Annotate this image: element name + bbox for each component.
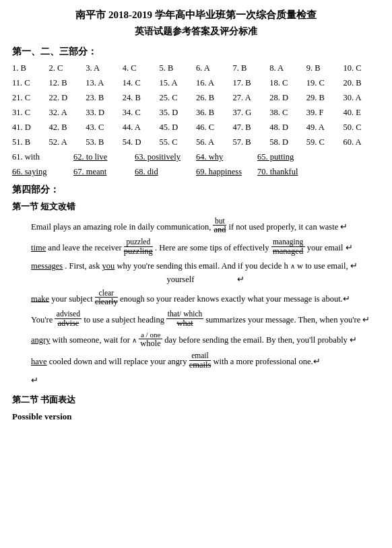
ans-28: 28. D xyxy=(269,91,306,104)
puzzling-strike: puzzling xyxy=(124,247,153,256)
para6-b: with someone, wait for xyxy=(53,335,132,345)
clearly-strike: clearly xyxy=(95,298,118,307)
ans-31: 31. C xyxy=(12,106,49,119)
clear-replacement: clear xyxy=(95,289,118,298)
ans-63: 63. positively xyxy=(135,150,196,164)
para5-b: to use a subject heading xyxy=(84,315,167,324)
ans-39: 39. F xyxy=(306,106,344,119)
ans-43: 43. C xyxy=(86,121,123,134)
answer-row-6: 51. B 52. A 53. B 54. D 55. C 56. A 57. … xyxy=(12,135,380,149)
ans-4: 4. C xyxy=(123,61,160,75)
ans-5: 5. B xyxy=(159,61,196,75)
ans-54: 54. D xyxy=(123,135,160,149)
ans-11: 11. C xyxy=(12,76,49,90)
para6-caret: ∧ xyxy=(132,337,137,344)
ans-51: 51. B xyxy=(12,135,49,149)
para5-a: You're xyxy=(31,315,55,324)
ans-36: 36. B xyxy=(196,106,233,119)
correction-para-1: Email plays an amazing role in daily com… xyxy=(31,217,380,235)
answer-row-3: 21. C 22. D 23. B 24. B 25. C 26. B 27. … xyxy=(12,91,380,104)
ans-35: 35. D xyxy=(159,106,196,119)
ans-34: 34. C xyxy=(123,106,160,119)
ans-58: 58. D xyxy=(269,135,306,149)
para5-correction1: advised advise xyxy=(55,310,81,328)
ans-65: 65. putting xyxy=(257,150,319,164)
answer-row-1: 1. B 2. C 3. A 4. C 5. B 6. A 7. B 8. A … xyxy=(12,61,380,75)
ans-59: 59. C xyxy=(306,135,344,149)
ans-68: 68. did xyxy=(135,165,196,178)
correction-para-4: make your subject clear clearly enough s… xyxy=(31,289,380,307)
correction-block: Email plays an amazing role in daily com… xyxy=(31,217,380,388)
para5-d: summarizes your message. Then, when you'… xyxy=(205,315,362,324)
ans-20: 20. B xyxy=(343,76,380,90)
para2-b: and leave the receiver xyxy=(48,243,123,252)
ans-42: 42. B xyxy=(49,121,86,134)
section1-header: 第一节 短文改错 xyxy=(12,200,380,214)
caret-mark: ∧ xyxy=(290,263,295,270)
ans-48: 48. D xyxy=(269,121,306,134)
para2-c: . Here are some tips of effectively xyxy=(155,243,271,252)
ans-62: 62. to live xyxy=(73,150,135,164)
para4-correction: clear clearly xyxy=(95,289,118,307)
part123-header: 第一、二、三部分： xyxy=(12,44,380,59)
para6-c: day before sending the email. By then, y… xyxy=(164,335,350,345)
ans-2: 2. C xyxy=(49,61,86,75)
para1-replacement: but xyxy=(213,217,226,226)
ans-16: 16. A xyxy=(196,76,233,90)
para2-d: your email xyxy=(307,243,346,252)
ans-13: 13. A xyxy=(86,76,123,90)
para5-correction2: that/ which what xyxy=(166,310,203,328)
whole-word: whole xyxy=(139,339,162,349)
para3-d: why you're sending this email. And if yo… xyxy=(117,261,288,271)
ans-37: 37. G xyxy=(233,106,270,119)
advise-strike: advise xyxy=(55,319,81,329)
ans-57: 57. B xyxy=(233,135,270,149)
ans-44: 44. A xyxy=(123,121,160,134)
ans-70: 70. thankful xyxy=(257,165,319,178)
fill-row-1: 61. with 62. to live 63. positively 64. … xyxy=(12,150,380,164)
ans-38: 38. C xyxy=(269,106,306,119)
ans-3: 3. A xyxy=(86,61,123,75)
ans-32: 32. A xyxy=(49,106,86,119)
messages-word: messages xyxy=(31,261,63,271)
ans-33: 33. D xyxy=(86,106,123,119)
you-word: you xyxy=(102,261,115,271)
ans-45: 45. D xyxy=(159,121,196,134)
para7-b: cooled down and will replace your angry xyxy=(49,357,189,366)
para6-correction: a / one whole xyxy=(139,331,162,349)
answer-row-5: 41. D 42. B 43. C 44. A 45. D 46. C 47. … xyxy=(12,121,380,134)
correction-para-7: have cooled down and will replace your a… xyxy=(31,351,380,370)
para7-c: with a more professional one. xyxy=(213,357,313,366)
ans-46: 46. C xyxy=(196,121,233,134)
ans-64: 64. why xyxy=(196,150,257,164)
main-title: 南平市 2018-2019 学年高中毕业班第一次综合质量检查 xyxy=(12,7,380,23)
have-word: have xyxy=(31,357,47,366)
para1-correction: but and xyxy=(213,217,226,235)
ans-blank1 xyxy=(319,150,380,164)
return-3b: ↵ xyxy=(237,275,244,284)
emails-strike: emails xyxy=(189,361,211,370)
page-container: 南平市 2018-2019 学年高中毕业班第一次综合质量检查 英语试题参考答案及… xyxy=(12,7,380,424)
ans-60: 60. A xyxy=(343,135,380,149)
correction-para-2: time and leave the receiver puzzled puzz… xyxy=(31,238,380,256)
part4-section: 第四部分： 第一节 短文改错 Email plays an amazing ro… xyxy=(12,182,380,424)
ans-blank2 xyxy=(319,165,380,178)
yourself-word: yourself xyxy=(166,275,194,284)
ans-52: 52. A xyxy=(49,135,86,149)
time-word: time xyxy=(31,243,46,252)
ans-29: 29. B xyxy=(306,91,344,104)
ans-67: 67. meant xyxy=(73,165,135,178)
make-word: make xyxy=(31,294,49,303)
sub-title: 英语试题参考答案及评分标准 xyxy=(12,24,380,39)
return-3: ↵ xyxy=(350,261,358,271)
para1-strikethrough: and xyxy=(213,226,226,235)
ans-53: 53. B xyxy=(86,135,123,149)
ans-14: 14. C xyxy=(123,76,160,90)
ans-26: 26. B xyxy=(196,91,233,104)
ans-19: 19. C xyxy=(306,76,344,90)
ans-1: 1. B xyxy=(12,61,49,75)
ans-23: 23. B xyxy=(86,91,123,104)
return-1: ↵ xyxy=(340,221,348,231)
return-4: ↵ xyxy=(343,294,350,303)
email-replacement: email xyxy=(189,351,211,361)
